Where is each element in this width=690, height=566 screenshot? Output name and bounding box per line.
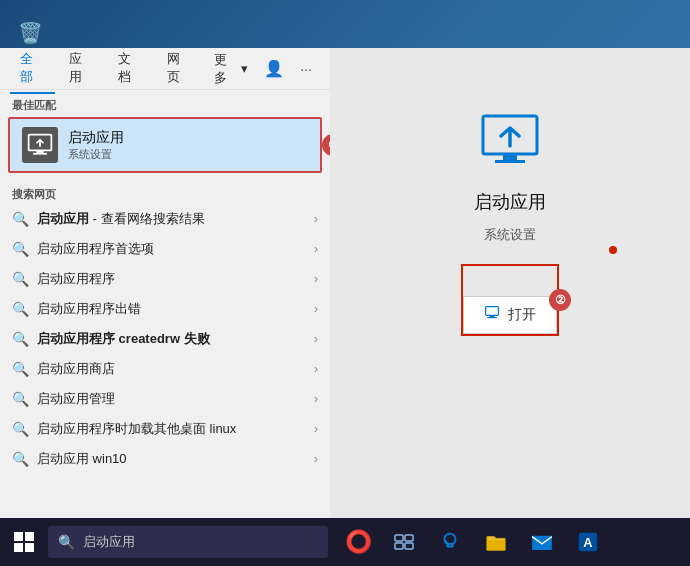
best-match-subtitle: 系统设置 [68, 147, 124, 162]
chevron-down-icon: ▾ [241, 61, 248, 76]
right-panel-content: 启动应用 系统设置 打开 [463, 108, 557, 334]
svg-rect-11 [395, 543, 403, 549]
arrow-icon-8: › [314, 452, 318, 466]
search-icon-5: 🔍 [12, 361, 29, 377]
startup-app-icon [22, 127, 58, 163]
search-result-4[interactable]: 🔍 启动应用程序 createdrw 失败 › [0, 324, 330, 354]
start-button[interactable] [0, 518, 48, 566]
taskbar: 🔍 启动应用 ⭕ [0, 518, 690, 566]
taskbar-app-icons: ⭕ [336, 518, 610, 566]
taskbar-icon-taskview[interactable] [382, 518, 426, 566]
search-result-1[interactable]: 🔍 启动应用程序首选项 › [0, 234, 330, 264]
search-icon-4: 🔍 [12, 331, 29, 347]
svg-rect-6 [486, 307, 499, 316]
arrow-icon-5: › [314, 362, 318, 376]
arrow-icon-1: › [314, 242, 318, 256]
best-match-title: 启动应用 [68, 129, 124, 147]
arrow-icon-3: › [314, 302, 318, 316]
open-btn-icon [484, 305, 500, 325]
best-match-header: 最佳匹配 [0, 90, 330, 117]
result-text-2: 启动应用程序 [37, 270, 306, 288]
search-icon-7: 🔍 [12, 421, 29, 437]
search-icon-0: 🔍 [12, 211, 29, 227]
status-dot [609, 246, 617, 254]
result-text-1: 启动应用程序首选项 [37, 240, 306, 258]
search-result-3[interactable]: 🔍 启动应用程序出错 › [0, 294, 330, 324]
svg-rect-7 [490, 315, 495, 317]
search-icon-8: 🔍 [12, 451, 29, 467]
taskbar-search[interactable]: 🔍 启动应用 [48, 526, 328, 558]
search-overlay: 全部 应用 文档 网页 更多 ▾ 👤 ··· 最佳匹配 [0, 48, 330, 518]
result-text-8: 启动应用 win10 [37, 450, 306, 468]
svg-rect-1 [37, 150, 44, 153]
search-result-0[interactable]: 🔍 启动应用 - 查看网络搜索结果 › [0, 204, 330, 234]
windows-logo [14, 532, 34, 552]
search-icon-3: 🔍 [12, 301, 29, 317]
web-search-header: 搜索网页 [0, 181, 330, 204]
search-result-6[interactable]: 🔍 启动应用管理 › [0, 384, 330, 414]
search-tabs: 全部 应用 文档 网页 更多 ▾ 👤 ··· [0, 48, 330, 90]
web-search-section: 搜索网页 🔍 启动应用 - 查看网络搜索结果 › 🔍 启动应用程序首选项 › 🔍… [0, 177, 330, 478]
taskbar-icon-explorer[interactable] [474, 518, 518, 566]
tab-apps[interactable]: 应用 [59, 44, 104, 94]
result-text-0: 启动应用 - 查看网络搜索结果 [37, 210, 306, 228]
tab-web[interactable]: 网页 [157, 44, 202, 94]
right-panel: 启动应用 系统设置 打开 [330, 48, 690, 518]
tab-more[interactable]: 更多 ▾ [206, 45, 256, 93]
result-text-6: 启动应用管理 [37, 390, 306, 408]
svg-text:A: A [583, 535, 592, 550]
best-match-text: 启动应用 系统设置 [68, 129, 124, 162]
svg-rect-4 [503, 154, 517, 160]
taskbar-search-icon: 🔍 [58, 534, 75, 550]
search-result-5[interactable]: 🔍 启动应用商店 › [0, 354, 330, 384]
svg-rect-10 [405, 535, 413, 541]
badge-2: ② [549, 289, 571, 311]
open-btn-label: 打开 [508, 306, 536, 324]
result-text-4: 启动应用程序 createdrw 失败 [37, 330, 306, 348]
arrow-icon-7: › [314, 422, 318, 436]
best-match-item[interactable]: 启动应用 系统设置 [8, 117, 322, 173]
search-result-2[interactable]: 🔍 启动应用程序 › [0, 264, 330, 294]
right-panel-app-icon [475, 108, 545, 178]
search-icon-1: 🔍 [12, 241, 29, 257]
result-text-3: 启动应用程序出错 [37, 300, 306, 318]
search-result-8[interactable]: 🔍 启动应用 win10 › [0, 444, 330, 474]
search-icon-6: 🔍 [12, 391, 29, 407]
arrow-icon-4: › [314, 332, 318, 346]
taskbar-icon-edge[interactable] [428, 518, 472, 566]
user-icon[interactable]: 👤 [260, 55, 288, 83]
taskbar-icon-mail[interactable] [520, 518, 564, 566]
desktop: 🗑️ 回收站 MicrosEdge 💻 TechPowGPU- 📁 test 🎮… [0, 0, 690, 566]
taskbar-search-text: 启动应用 [83, 533, 135, 551]
search-icon-2: 🔍 [12, 271, 29, 287]
tab-docs[interactable]: 文档 [108, 44, 153, 94]
taskbar-icon-cortana[interactable]: ⭕ [336, 518, 380, 566]
arrow-icon-2: › [314, 272, 318, 286]
right-panel-subtitle: 系统设置 [484, 226, 536, 244]
tab-all[interactable]: 全部 [10, 44, 55, 94]
search-result-7[interactable]: 🔍 启动应用程序时加载其他桌面 linux › [0, 414, 330, 444]
svg-rect-13 [532, 536, 552, 550]
taskbar-icon-app5[interactable]: A [566, 518, 610, 566]
svg-rect-8 [487, 317, 497, 318]
more-icon[interactable]: ··· [292, 55, 320, 83]
open-button[interactable]: 打开 [463, 296, 557, 334]
svg-rect-12 [405, 543, 413, 549]
result-text-7: 启动应用程序时加载其他桌面 linux [37, 420, 306, 438]
arrow-icon-0: › [314, 212, 318, 226]
arrow-icon-6: › [314, 392, 318, 406]
right-panel-title: 启动应用 [474, 190, 546, 214]
result-text-5: 启动应用商店 [37, 360, 306, 378]
svg-rect-5 [495, 160, 525, 163]
svg-rect-2 [33, 153, 47, 155]
svg-rect-9 [395, 535, 403, 541]
